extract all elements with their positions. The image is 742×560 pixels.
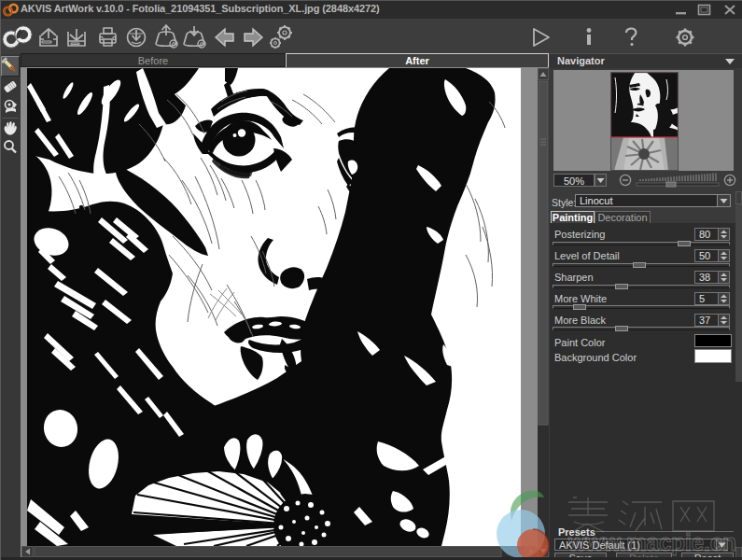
svg-text:www.macpie.cn: www.macpie.cn xyxy=(567,529,736,555)
